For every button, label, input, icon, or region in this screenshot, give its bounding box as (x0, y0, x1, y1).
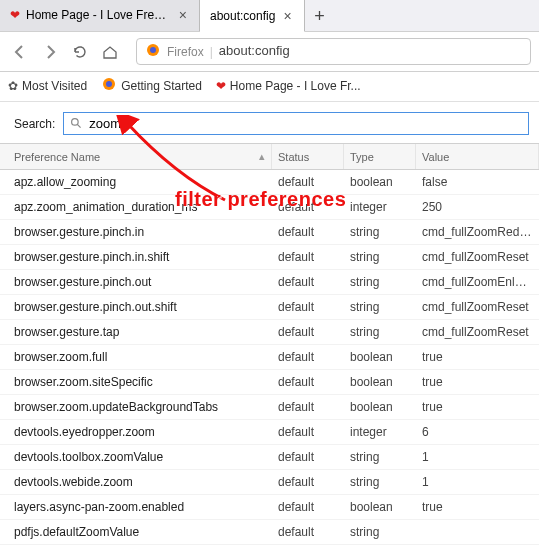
cell-value: cmd_fullZoomEnlarge (416, 270, 539, 294)
cell-name: devtools.eyedropper.zoom (0, 420, 272, 444)
cell-status: default (272, 445, 344, 469)
url-bar[interactable]: Firefox | about:config (136, 38, 531, 65)
cell-type: string (344, 320, 416, 344)
col-header-name[interactable]: Preference Name ▴ (0, 144, 272, 169)
cell-value: cmd_fullZoomReset (416, 320, 539, 344)
cell-type: string (344, 520, 416, 544)
search-icon (70, 117, 83, 130)
table-row[interactable]: layers.async-pan-zoom.enableddefaultbool… (0, 495, 539, 520)
table-row[interactable]: devtools.webide.zoomdefaultstring1 (0, 470, 539, 495)
cell-type: string (344, 445, 416, 469)
cell-value: cmd_fullZoomReduce (416, 220, 539, 244)
cell-type: string (344, 470, 416, 494)
cell-status: default (272, 245, 344, 269)
cell-name: devtools.toolbox.zoomValue (0, 445, 272, 469)
forward-button[interactable] (38, 40, 62, 64)
search-box[interactable] (63, 112, 529, 135)
cell-status: default (272, 520, 344, 544)
cell-status: default (272, 470, 344, 494)
cell-type: string (344, 270, 416, 294)
bookmark-getting-started[interactable]: Getting Started (101, 76, 202, 95)
table-row[interactable]: browser.zoom.updateBackgroundTabsdefault… (0, 395, 539, 420)
cell-status: default (272, 345, 344, 369)
close-icon[interactable]: × (281, 8, 293, 24)
table-row[interactable]: browser.gesture.pinch.out.shiftdefaultst… (0, 295, 539, 320)
svg-point-3 (106, 81, 112, 87)
tab-aboutconfig[interactable]: about:config × (200, 0, 305, 32)
cell-name: layers.async-pan-zoom.enabled (0, 495, 272, 519)
table-header: Preference Name ▴ Status Type Value (0, 143, 539, 170)
cell-type: integer (344, 420, 416, 444)
table-row[interactable]: pdfjs.defaultZoomValuedefaultstring (0, 520, 539, 545)
cell-value: true (416, 345, 539, 369)
table-row[interactable]: browser.gesture.pinch.in.shiftdefaultstr… (0, 245, 539, 270)
cell-name: browser.gesture.pinch.in.shift (0, 245, 272, 269)
bookmark-label: Getting Started (121, 79, 202, 93)
annotation-text: filter preferences (175, 188, 346, 211)
table-row[interactable]: browser.gesture.pinch.outdefaultstringcm… (0, 270, 539, 295)
cell-value: 250 (416, 195, 539, 219)
cell-status: default (272, 395, 344, 419)
table-row[interactable]: browser.gesture.tapdefaultstringcmd_full… (0, 320, 539, 345)
home-icon (102, 44, 118, 60)
table-row[interactable]: devtools.eyedropper.zoomdefaultinteger6 (0, 420, 539, 445)
bookmark-bar: ✿ Most Visited Getting Started ❤ Home Pa… (0, 72, 539, 102)
arrow-left-icon (12, 44, 28, 60)
col-header-value[interactable]: Value (416, 144, 539, 169)
cell-name: browser.zoom.updateBackgroundTabs (0, 395, 272, 419)
cell-status: default (272, 495, 344, 519)
sort-asc-icon: ▴ (259, 150, 265, 163)
cell-type: boolean (344, 345, 416, 369)
cell-type: boolean (344, 495, 416, 519)
heart-icon: ❤ (10, 8, 20, 22)
cell-value: false (416, 170, 539, 194)
back-button[interactable] (8, 40, 32, 64)
new-tab-button[interactable]: + (305, 1, 335, 31)
separator: | (210, 45, 213, 59)
bookmark-most-visited[interactable]: ✿ Most Visited (8, 79, 87, 93)
tab-strip: ❤ Home Page - I Love Free Softw × about:… (0, 0, 539, 32)
cell-status: default (272, 370, 344, 394)
cell-type: string (344, 245, 416, 269)
firefox-icon (145, 42, 161, 61)
cell-value: cmd_fullZoomReset (416, 245, 539, 269)
url-prefix: Firefox (167, 45, 204, 59)
arrow-right-icon (42, 44, 58, 60)
reload-icon (72, 44, 88, 60)
cell-name: browser.gesture.pinch.out (0, 270, 272, 294)
bookmark-home-page[interactable]: ❤ Home Page - I Love Fr... (216, 79, 361, 93)
cell-value: 1 (416, 445, 539, 469)
cell-value (416, 520, 539, 544)
table-row[interactable]: browser.gesture.pinch.indefaultstringcmd… (0, 220, 539, 245)
cell-name: browser.zoom.siteSpecific (0, 370, 272, 394)
table-row[interactable]: devtools.toolbox.zoomValuedefaultstring1 (0, 445, 539, 470)
cell-value: cmd_fullZoomReset (416, 295, 539, 319)
cell-type: string (344, 220, 416, 244)
search-input[interactable] (89, 116, 522, 131)
table-row[interactable]: browser.zoom.siteSpecificdefaultbooleant… (0, 370, 539, 395)
firefox-icon (101, 76, 117, 95)
tab-home[interactable]: ❤ Home Page - I Love Free Softw × (0, 0, 200, 31)
home-button[interactable] (98, 40, 122, 64)
cell-status: default (272, 270, 344, 294)
cell-type: boolean (344, 370, 416, 394)
cell-value: true (416, 495, 539, 519)
cell-value: true (416, 370, 539, 394)
cell-type: integer (344, 195, 416, 219)
close-icon[interactable]: × (177, 7, 189, 23)
col-header-status[interactable]: Status (272, 144, 344, 169)
tab-label: Home Page - I Love Free Softw (26, 8, 171, 22)
cell-name: devtools.webide.zoom (0, 470, 272, 494)
cell-name: browser.gesture.tap (0, 320, 272, 344)
search-label: Search: (14, 117, 55, 131)
reload-button[interactable] (68, 40, 92, 64)
cell-status: default (272, 220, 344, 244)
cell-status: default (272, 295, 344, 319)
bookmark-label: Home Page - I Love Fr... (230, 79, 361, 93)
pref-table-body[interactable]: apz.allow_zoomingdefaultbooleanfalseapz.… (0, 170, 539, 546)
svg-point-4 (72, 119, 79, 126)
col-header-type[interactable]: Type (344, 144, 416, 169)
cell-type: string (344, 295, 416, 319)
table-row[interactable]: browser.zoom.fulldefaultbooleantrue (0, 345, 539, 370)
search-row: Search: (0, 102, 539, 143)
